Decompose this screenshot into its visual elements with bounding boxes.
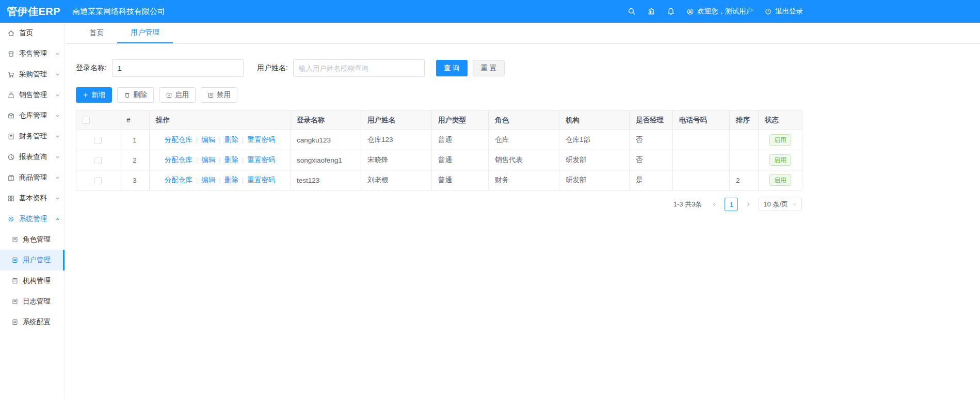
logout-button[interactable]: 退出登录 [764,7,803,16]
select-all-checkbox[interactable] [83,117,90,124]
cell-phone [673,130,730,150]
gear-icon [7,215,15,223]
bell-icon[interactable] [667,7,675,15]
trash-icon [124,92,131,99]
status-badge: 启用 [769,134,791,146]
sidebar-subitem-users[interactable]: 用户管理 [0,250,65,270]
disable-button[interactable]: 禁用 [201,87,237,103]
user-name-input[interactable] [293,59,425,77]
current-page-button[interactable]: 1 [725,198,738,211]
cell-login: songxiaofeng1 [291,150,361,170]
row-checkbox[interactable] [94,157,102,164]
pagination-summary: 1-3 共3条 [673,200,702,209]
app-logo: 管伊佳ERP [0,5,65,19]
cell-type: 普通 [432,150,489,170]
cell-type: 普通 [432,170,489,190]
pie-chart-icon [7,153,15,161]
users-table: # 操作 登录名称 用户姓名 用户类型 角色 机构 是否经理 电话号码 排序 状… [76,110,802,190]
reset-button[interactable]: 重 置 [473,60,505,76]
cell-login: test123 [291,170,361,190]
box-icon [7,112,15,120]
sidebar-subitem-roles[interactable]: 角色管理 [0,229,65,250]
assign-warehouse-link[interactable]: 分配仓库 [165,156,192,164]
prev-page-button[interactable] [708,198,720,211]
cell-manager: 否 [630,150,673,170]
user-menu[interactable]: 欢迎您，测试用户 [686,7,753,16]
sidebar-item-sales[interactable]: 销售管理 [0,85,65,105]
delete-button[interactable]: 删除 [117,87,154,103]
sidebar-item-label: 报表查询 [19,152,47,162]
tab-home[interactable]: 首页 [76,23,117,43]
reset-password-link[interactable]: 重置密码 [247,136,275,143]
add-button[interactable]: 新增 [76,87,112,103]
table-row: 3 分配仓库|编辑|删除|重置密码 test123 刘老根 普通 财务 研发部 … [76,170,802,190]
chevron-down-icon [55,154,60,160]
pagination: 1-3 共3条 1 10 条/页 [76,198,802,211]
filter-bar: 登录名称: 用户姓名: 查 询 重 置 [76,59,970,77]
sidebar-subitem-orgs[interactable]: 机构管理 [0,270,65,291]
sidebar-item-reports[interactable]: 报表查询 [0,147,65,167]
sidebar-subitem-logs[interactable]: 日志管理 [0,291,65,312]
search-button[interactable]: 查 询 [436,60,468,76]
check-square-icon [166,92,172,99]
tab-user-management[interactable]: 用户管理 [117,23,173,43]
chevron-down-icon [55,175,60,181]
delete-button-label: 删除 [133,90,147,100]
sidebar-item-home[interactable]: 首页 [0,23,65,43]
sidebar-item-system[interactable]: 系统管理 [0,209,65,229]
cell-manager: 否 [630,130,673,150]
sidebar-item-label: 零售管理 [19,49,47,58]
reset-password-link[interactable]: 重置密码 [247,156,275,164]
edit-link[interactable]: 编辑 [201,136,215,143]
home-bank-icon[interactable] [647,7,655,15]
col-role: 角色 [489,110,559,130]
divider: | [219,176,221,184]
delete-link[interactable]: 删除 [224,156,238,164]
assign-warehouse-link[interactable]: 分配仓库 [165,176,192,184]
sidebar-item-finance[interactable]: 财务管理 [0,126,65,147]
sidebar-subitem-config[interactable]: 系统配置 [0,312,65,332]
col-status: 状态 [759,110,802,130]
row-checkbox[interactable] [94,177,102,184]
table-row: 2 分配仓库|编辑|删除|重置密码 songxiaofeng1 宋晓锋 普通 销… [76,150,802,170]
assign-warehouse-link[interactable]: 分配仓库 [165,136,192,143]
enable-button[interactable]: 启用 [159,87,196,103]
search-icon[interactable] [628,7,636,15]
sidebar-item-retail[interactable]: 零售管理 [0,43,65,64]
cell-sort [730,150,759,170]
row-checkbox[interactable] [94,137,102,144]
divider: | [219,156,221,164]
page-size-select[interactable]: 10 条/页 [759,198,802,211]
retail-icon [7,50,15,58]
sidebar: 首页 零售管理 采购管理 销售管理 仓库管理 财务管理 [0,23,65,399]
cell-name: 宋晓锋 [361,150,432,170]
col-index: # [120,110,150,130]
next-page-button[interactable] [742,198,754,211]
login-name-input[interactable] [112,59,244,77]
plus-icon [83,92,89,98]
delete-link[interactable]: 删除 [224,136,238,143]
sidebar-subitem-label: 角色管理 [23,235,51,244]
reset-password-link[interactable]: 重置密码 [247,176,275,184]
status-badge: 启用 [769,154,791,166]
sidebar-item-basicdata[interactable]: 基本资料 [0,188,65,209]
table-header-row: # 操作 登录名称 用户姓名 用户类型 角色 机构 是否经理 电话号码 排序 状… [76,110,802,130]
cart-icon [7,71,15,78]
edit-link[interactable]: 编辑 [201,176,215,184]
sidebar-item-label: 财务管理 [19,132,47,141]
divider: | [242,156,244,164]
cell-phone [673,150,730,170]
cell-type: 普通 [432,130,489,150]
cell-role: 仓库 [489,130,559,150]
delete-link[interactable]: 删除 [224,176,238,184]
divider: | [196,156,198,164]
cell-org: 仓库1部 [559,130,630,150]
row-actions: 分配仓库|编辑|删除|重置密码 [150,150,291,170]
sidebar-item-purchase[interactable]: 采购管理 [0,64,65,85]
sidebar-item-products[interactable]: 商品管理 [0,167,65,188]
chevron-down-icon [55,196,60,201]
cell-org: 研发部 [559,170,630,190]
sidebar-item-warehouse[interactable]: 仓库管理 [0,105,65,126]
x-square-icon [207,92,214,99]
edit-link[interactable]: 编辑 [201,156,215,164]
